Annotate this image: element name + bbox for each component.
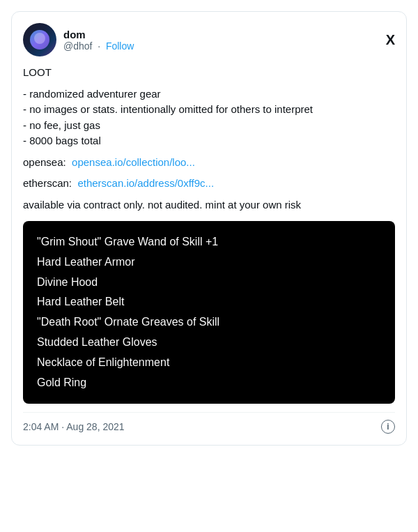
loot-item: Necklace of Enlightenment xyxy=(37,353,381,373)
opensea-line: opensea: opensea.io/collection/loo... xyxy=(23,155,395,171)
disclaimer-text: available via contract only. not audited… xyxy=(23,197,395,213)
author-name: dom xyxy=(63,29,134,40)
loot-item: Divine Hood xyxy=(37,273,381,293)
tweet-bullets: - randomized adventurer gear - no images… xyxy=(23,86,395,149)
opensea-link[interactable]: opensea.io/collection/loo... xyxy=(72,156,195,168)
follow-button[interactable]: Follow xyxy=(106,40,134,52)
loot-item: Gold Ring xyxy=(37,373,381,393)
info-icon[interactable]: i xyxy=(381,420,395,434)
loot-item: Hard Leather Belt xyxy=(37,292,381,312)
tweet-card: dom @dhof · Follow X LOOT - randomized a… xyxy=(11,11,407,446)
avatar xyxy=(23,23,56,56)
author-info: dom @dhof · Follow xyxy=(63,29,134,52)
loot-item: Studded Leather Gloves xyxy=(37,333,381,353)
loot-box: "Grim Shout" Grave Wand of Skill +1 Hard… xyxy=(23,221,395,404)
etherscan-line: etherscan: etherscan.io/address/0xff9c..… xyxy=(23,176,395,192)
tweet-footer: 2:04 AM · Aug 28, 2021 i xyxy=(23,412,395,434)
loot-item: "Death Root" Ornate Greaves of Skill xyxy=(37,312,381,333)
loot-item: "Grim Shout" Grave Wand of Skill +1 xyxy=(37,232,381,252)
tweet-body: LOOT - randomized adventurer gear - no i… xyxy=(23,65,395,213)
loot-item: Hard Leather Armor xyxy=(37,252,381,273)
tweet-title: LOOT xyxy=(23,65,395,81)
etherscan-link[interactable]: etherscan.io/address/0xff9c... xyxy=(77,177,214,189)
author-handle: @dhof · Follow xyxy=(63,40,134,52)
x-logo-icon: X xyxy=(386,32,395,48)
tweet-author: dom @dhof · Follow xyxy=(23,23,134,56)
tweet-timestamp: 2:04 AM · Aug 28, 2021 xyxy=(23,421,125,432)
tweet-header: dom @dhof · Follow X xyxy=(23,23,395,56)
